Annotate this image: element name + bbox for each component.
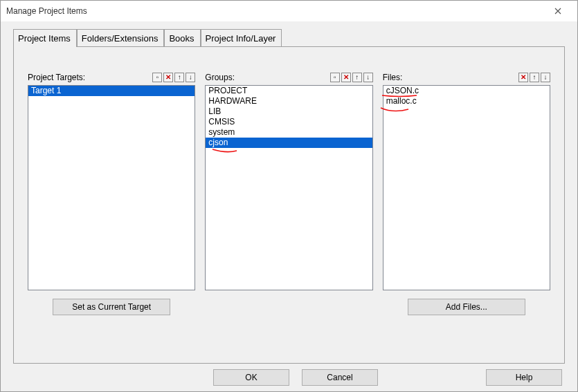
add-files-button[interactable]: Add Files... [408,299,525,315]
groups-column: Groups: ▫ ✕ ↑ ↓ PROJECT HARDWARE LIB CMS… [205,71,372,315]
tab-project-info-layer[interactable]: Project Info/Layer [201,29,282,47]
close-button[interactable] [544,1,572,21]
targets-up-icon[interactable]: ↑ [174,73,184,82]
list-item[interactable]: cJSON.c [383,86,550,96]
list-item[interactable]: malloc.c [383,96,550,106]
targets-listbox[interactable]: Target 1 [28,85,195,290]
help-button[interactable]: Help [486,369,562,386]
targets-down-icon[interactable]: ↓ [186,73,195,82]
list-item[interactable]: PROJECT [206,86,372,96]
files-down-icon[interactable]: ↓ [541,73,550,82]
tab-folders-extensions[interactable]: Folders/Extensions [77,29,165,47]
files-up-icon[interactable]: ↑ [530,73,539,82]
files-column: Files: ✕ ↑ ↓ cJSON.c malloc.c Add Files.… [383,71,550,315]
list-item[interactable]: LIB [206,106,372,117]
files-listbox[interactable]: cJSON.c malloc.c [383,85,550,290]
groups-down-icon[interactable]: ↓ [363,73,373,82]
files-delete-icon[interactable]: ✕ [518,73,528,82]
titlebar: Manage Project Items [1,1,577,21]
tab-books[interactable]: Books [164,29,200,47]
tab-project-items[interactable]: Project Items [13,29,77,47]
bottom-bar: OK Cancel Help [1,364,577,391]
files-label: Files: [383,73,518,82]
ok-button[interactable]: OK [213,369,289,386]
list-item[interactable]: system [206,127,372,138]
groups-delete-icon[interactable]: ✕ [341,73,351,82]
tab-page: Project Targets: ▫ ✕ ↑ ↓ Target 1 Set as… [13,46,565,364]
list-item[interactable]: Target 1 [28,86,195,96]
groups-new-icon[interactable]: ▫ [330,73,340,82]
list-item[interactable]: CMSIS [206,117,372,127]
window-title: Manage Project Items [6,6,544,16]
targets-new-icon[interactable]: ▫ [152,73,162,82]
targets-label: Project Targets: [28,73,152,82]
targets-delete-icon[interactable]: ✕ [163,73,173,82]
groups-up-icon[interactable]: ↑ [352,73,362,82]
list-item[interactable]: HARDWARE [206,96,372,106]
cancel-button[interactable]: Cancel [302,369,378,386]
tabs-row: Project Items Folders/Extensions Books P… [1,21,577,46]
groups-listbox[interactable]: PROJECT HARDWARE LIB CMSIS system cjson [205,85,372,290]
list-item[interactable]: cjson [206,138,372,148]
set-current-target-button[interactable]: Set as Current Target [53,299,170,315]
targets-column: Project Targets: ▫ ✕ ↑ ↓ Target 1 Set as… [28,71,195,315]
groups-label: Groups: [205,73,329,82]
